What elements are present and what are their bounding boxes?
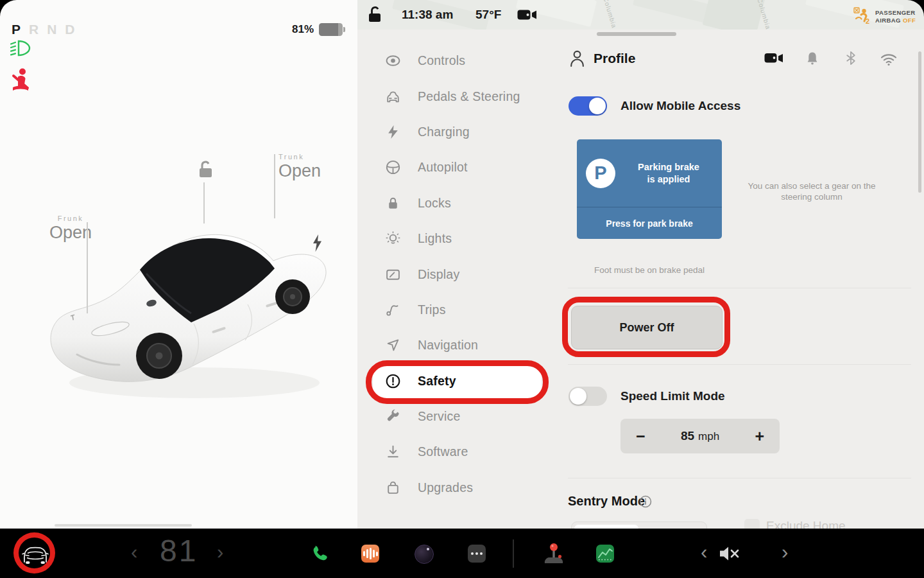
increase-speed-button[interactable]: + [755, 428, 764, 444]
menu-item-autopilot[interactable]: Autopilot [370, 150, 562, 185]
cabin-camera-icon[interactable] [764, 52, 783, 64]
speed-limit-stepper[interactable]: − 85mph + [620, 419, 780, 453]
brake-pedal-hint: Foot must be on brake pedal [569, 265, 730, 276]
profile-person-icon [569, 49, 586, 67]
mobile-access-label: Allow Mobile Access [620, 99, 740, 113]
unlocked-icon[interactable] [194, 159, 216, 179]
download-icon [385, 444, 401, 460]
speed-value: 85 [681, 429, 694, 442]
decrease-speed-button[interactable]: − [636, 428, 646, 444]
menu-item-service[interactable]: Service [370, 399, 562, 434]
menu-label: Charging [418, 125, 470, 139]
park-status-line2: is applied [624, 173, 713, 186]
menu-item-pedals-steering[interactable]: Pedals & Steering [370, 78, 562, 114]
volume-up-chevron[interactable]: › [782, 542, 788, 562]
interior-temp-label[interactable]: 81 [160, 533, 198, 568]
trunk-status[interactable]: Trunk Open [278, 153, 323, 181]
gear-hint-text: You can also select a gear on the steeri… [732, 180, 892, 202]
volume-down-chevron[interactable]: ‹ [701, 542, 707, 562]
phone-app-icon[interactable] [310, 544, 329, 563]
passenger-airbag-badge: 2 PASSENGER AIRBAG OFF [853, 7, 916, 26]
menu-item-upgrades[interactable]: Upgrades [370, 470, 562, 505]
speed-value-group: 85mph [681, 429, 719, 443]
headlights-on-icon [8, 37, 33, 59]
bluetooth-icon[interactable] [845, 51, 857, 66]
media-app-icon[interactable] [361, 545, 379, 563]
mute-icon[interactable] [719, 545, 740, 562]
car-status-panel: P R N D 81% [0, 0, 357, 529]
menu-item-safety[interactable]: Safety [370, 363, 562, 399]
padlock-icon [385, 195, 401, 211]
divider [568, 364, 911, 365]
panel-drag-handle[interactable] [597, 32, 676, 36]
svg-text:2: 2 [866, 17, 869, 25]
controls-icon [385, 53, 401, 69]
frunk-title: Frunk [47, 215, 94, 222]
seatbelt-warning-icon [10, 67, 31, 93]
app-launcher-bar: ‹ 81 › [0, 529, 924, 578]
menu-item-software[interactable]: Software [370, 434, 562, 469]
divider [568, 478, 911, 478]
menu-item-controls[interactable]: Controls [370, 43, 562, 78]
gear-indicator[interactable]: P R N D [12, 22, 75, 37]
battery-indicator: 81% [292, 23, 345, 36]
battery-percent-label: 81% [292, 23, 314, 36]
display-icon [385, 267, 401, 283]
power-off-button[interactable]: Power Off [571, 306, 723, 349]
settings-menu: Controls Pedals & Steering Charging Auto… [370, 43, 562, 505]
stocks-app-icon[interactable] [596, 545, 614, 563]
arcade-app-icon[interactable] [542, 541, 565, 566]
menu-label: Pedals & Steering [418, 89, 520, 104]
menu-label: Navigation [418, 338, 478, 353]
speed-limit-label: Speed Limit Mode [620, 389, 725, 403]
menu-item-trips[interactable]: Trips [370, 292, 562, 328]
lightning-icon [385, 124, 401, 140]
gear-p[interactable]: P [12, 22, 21, 37]
menu-item-navigation[interactable]: Navigation [370, 328, 562, 363]
park-brake-card[interactable]: P Parking brake is applied Press for par… [577, 139, 722, 239]
park-symbol: P [586, 159, 615, 188]
unlocked-status-icon[interactable] [367, 6, 382, 23]
menu-item-lights[interactable]: Lights [370, 221, 562, 256]
dashcam-icon[interactable] [517, 8, 538, 21]
gear-n[interactable]: N [47, 22, 56, 37]
map-street-label: Columbia [602, 0, 617, 29]
tesla-touchscreen: P R N D 81% [0, 0, 924, 578]
notifications-bell-icon[interactable] [805, 51, 820, 66]
airbag-icon: 2 [853, 7, 871, 26]
mobile-access-toggle[interactable] [569, 96, 607, 116]
more-apps-icon[interactable] [468, 545, 486, 563]
divider [568, 288, 911, 288]
battery-icon [319, 23, 345, 36]
camera-lens-app-icon[interactable] [415, 545, 434, 564]
menu-item-charging[interactable]: Charging [370, 114, 562, 150]
profile-title[interactable]: Profile [594, 51, 635, 66]
nav-arrow-icon [385, 337, 401, 353]
frunk-pointer-line [87, 222, 88, 313]
temp-increase-chevron[interactable]: › [217, 542, 223, 562]
gear-d[interactable]: D [65, 22, 74, 37]
wrench-icon [385, 408, 401, 425]
route-icon [385, 302, 401, 318]
bar-divider [513, 539, 514, 568]
airbag-line1: PASSENGER [875, 9, 916, 17]
speed-limit-toggle[interactable] [569, 387, 607, 406]
charge-port-icon[interactable] [312, 234, 323, 252]
bag-icon [385, 480, 401, 496]
menu-item-locks[interactable]: Locks [370, 186, 562, 221]
park-brake-button[interactable]: Press for park brake [577, 207, 722, 239]
left-panel-bottom-divider [55, 524, 192, 527]
gear-r[interactable]: R [29, 22, 38, 37]
trunk-open-button[interactable]: Open [278, 161, 323, 181]
info-icon[interactable] [638, 495, 653, 509]
menu-item-display[interactable]: Display [370, 256, 562, 292]
clock-label: 11:38 am [402, 8, 453, 22]
temp-decrease-chevron[interactable]: ‹ [131, 542, 137, 562]
panel-scrollbar[interactable] [918, 51, 921, 193]
menu-label: Locks [418, 196, 451, 211]
car-app-icon[interactable] [21, 543, 49, 566]
steering-wheel-icon [385, 159, 401, 175]
bulb-icon [385, 231, 401, 247]
wifi-icon[interactable] [880, 51, 898, 66]
car-front-icon [385, 89, 401, 105]
